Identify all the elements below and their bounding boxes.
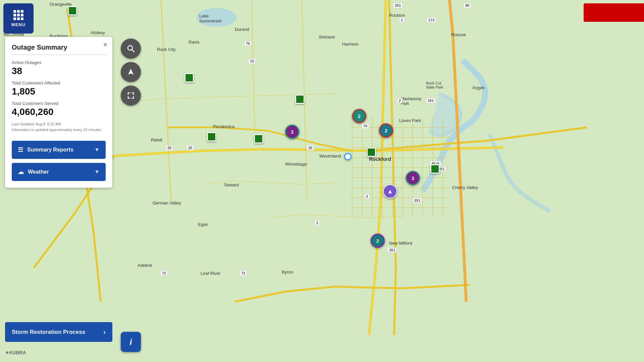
city-winnebago: Winnebago xyxy=(285,162,307,167)
info-button[interactable]: i xyxy=(121,332,141,352)
active-outages-label: Active Outages xyxy=(12,60,106,65)
weather-chevron: ▼ xyxy=(94,169,100,175)
road-70-e: 70 xyxy=(362,123,369,129)
city-rockford: Rockford xyxy=(369,156,391,162)
sidebar-panel: × Outage Summary Active Outages 38 Total… xyxy=(5,37,112,188)
city-cherry-valley: Cherry Valley xyxy=(452,185,478,190)
city-shirland: Shirland xyxy=(319,35,335,40)
road-2-n: 2 xyxy=(399,17,405,23)
cluster-marker-3a[interactable]: 3 xyxy=(285,125,299,139)
green-square-marker-5[interactable] xyxy=(295,95,305,104)
customers-affected-value: 1,805 xyxy=(12,86,106,97)
summary-reports-button[interactable]: ☰ Summary Reports ▼ xyxy=(12,141,106,159)
city-leaf-river: Leaf River xyxy=(201,271,220,276)
city-rockton: Rockton xyxy=(389,13,405,18)
green-square-marker-6[interactable] xyxy=(367,147,376,157)
search-button[interactable] xyxy=(121,39,141,59)
city-westmorland: Westm​land xyxy=(319,154,341,159)
top-right-button[interactable] xyxy=(584,3,644,22)
location-dot xyxy=(344,153,352,160)
road-2-s: 2 xyxy=(315,220,320,226)
weather-button[interactable]: ☁ Weather ▼ xyxy=(12,163,106,181)
road-251-ss2: 251 xyxy=(387,247,397,253)
road-75-n: 75 xyxy=(244,41,252,46)
city-seward: Seward xyxy=(224,182,239,187)
storm-chevron-right: › xyxy=(103,328,106,336)
last-updated: Last Updated: Aug 8, 6:22 AM Information… xyxy=(12,121,106,132)
menu-grid-icon xyxy=(13,10,23,20)
green-square-marker-1[interactable] xyxy=(68,6,77,15)
city-lake-summerset: LakeSummerset xyxy=(199,13,221,23)
city-loves-park: Loves Park xyxy=(399,118,421,123)
road-173: 173 xyxy=(427,17,436,23)
customers-served-label: Total Customers Served xyxy=(12,101,106,106)
road-20-e: 20 xyxy=(186,145,194,150)
city-roscoe: Roscoe xyxy=(451,32,466,37)
city-rock-cut: Rock CutState Park xyxy=(426,81,443,89)
kubra-logo: ✦KUBRA xyxy=(5,350,26,355)
kubra-logo-text: ✦KUBRA xyxy=(5,350,26,355)
green-square-marker-3[interactable] xyxy=(207,132,216,141)
city-egan: Egan xyxy=(198,222,208,227)
locate-button[interactable] xyxy=(121,62,141,82)
cluster-marker-2b[interactable]: 2 xyxy=(379,123,393,137)
cluster-marker-2c[interactable]: 2 xyxy=(371,234,385,248)
list-icon: ☰ xyxy=(18,146,23,154)
city-afolkey: Afolkey xyxy=(91,30,105,35)
city-argyle: Argyle xyxy=(472,85,485,90)
menu-label: MENU xyxy=(11,22,25,27)
cluster-marker-2a[interactable]: 2 xyxy=(352,109,366,123)
city-rockCity: Rock City xyxy=(157,47,176,52)
map-controls xyxy=(121,39,141,106)
city-durand: Durand xyxy=(235,27,249,32)
city-adeline: Adeline xyxy=(138,263,152,268)
road-2-mid: 2 xyxy=(397,98,402,103)
close-button[interactable]: × xyxy=(103,41,107,49)
storm-restoration-button[interactable]: Storm Restoration Process › xyxy=(5,322,112,342)
menu-button[interactable]: MENU xyxy=(3,3,34,34)
road-251-mid: 251 xyxy=(426,98,435,103)
road-251-ss: 251 xyxy=(413,198,422,203)
city-pecatonica: Pecatonica xyxy=(213,124,234,129)
active-outages-value: 38 xyxy=(12,66,106,76)
city-new-milford: New Milford xyxy=(389,241,412,246)
city-machesney: MachesneyPark xyxy=(401,97,421,106)
road-72-e: 72 xyxy=(239,270,247,276)
sidebar-buttons: ☰ Summary Reports ▼ ☁ Weather ▼ xyxy=(12,141,106,181)
fullscreen-button[interactable] xyxy=(121,85,141,106)
city-german-valley: German Valley xyxy=(153,200,181,205)
road-20-far: 20 xyxy=(307,145,314,150)
customers-affected-label: Total Customers Affected xyxy=(12,80,106,85)
outage-summary-title: Outage Summary xyxy=(12,44,106,55)
road-90: 90 xyxy=(464,3,471,8)
weather-icon: ☁ xyxy=(18,168,24,176)
city-davis: Davis xyxy=(189,40,200,45)
nav-marker[interactable]: ▲ xyxy=(383,184,397,198)
summary-reports-chevron: ▼ xyxy=(94,147,100,153)
customers-served-value: 4,060,260 xyxy=(12,107,106,117)
green-square-marker-2[interactable] xyxy=(184,73,194,82)
road-72-w: 72 xyxy=(160,270,168,276)
road-251-n: 251 xyxy=(393,3,402,8)
road-70-mid: 70 xyxy=(248,59,256,64)
city-byron: Byron xyxy=(282,269,293,275)
green-square-marker-7[interactable] xyxy=(430,164,440,174)
city-harrison: Harrison xyxy=(342,42,359,47)
svg-line-22 xyxy=(132,50,135,52)
city-ridott: Ridott xyxy=(151,137,162,142)
road-20-w: 20 xyxy=(166,145,173,150)
cluster-marker-3b[interactable]: 3 xyxy=(406,171,420,185)
green-square-marker-4[interactable] xyxy=(254,134,263,143)
road-2-sw: 2 xyxy=(364,194,370,199)
